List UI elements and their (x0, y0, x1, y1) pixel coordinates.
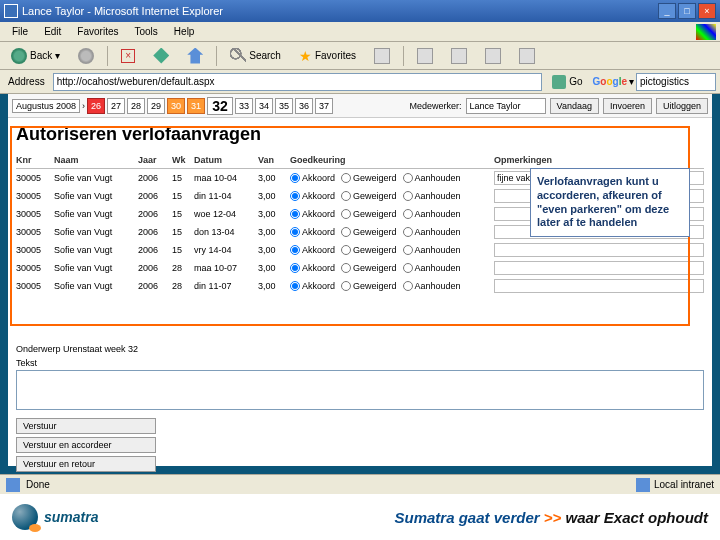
toolbar-edit-button[interactable] (478, 45, 508, 67)
statusbar: Done Local intranet (0, 474, 720, 494)
menu-tools[interactable]: Tools (126, 24, 165, 39)
radio-akkoord[interactable]: Akkoord (290, 263, 335, 273)
day-35[interactable]: 35 (275, 98, 293, 114)
day-30[interactable]: 30 (167, 98, 185, 114)
close-button[interactable]: × (698, 3, 716, 19)
cell-knr: 30005 (16, 281, 50, 291)
verstuur-button[interactable]: Verstuur (16, 418, 156, 434)
radio-aanhouden[interactable]: Aanhouden (403, 209, 461, 219)
radio-akkoord[interactable]: Akkoord (290, 191, 335, 201)
cell-naam: Sofie van Vugt (54, 191, 134, 201)
radio-geweigerd[interactable]: Geweigerd (341, 173, 397, 183)
message-panel: Onderwerp Urenstaat week 32 Tekst Verstu… (16, 342, 704, 472)
radio-geweigerd[interactable]: Geweigerd (341, 227, 397, 237)
day-27[interactable]: 27 (107, 98, 125, 114)
day-29[interactable]: 29 (147, 98, 165, 114)
star-icon: ★ (299, 48, 312, 64)
radio-akkoord[interactable]: Akkoord (290, 209, 335, 219)
menu-favorites[interactable]: Favorites (69, 24, 126, 39)
medewerker-input[interactable] (466, 98, 546, 114)
radio-geweigerd[interactable]: Geweigerd (341, 281, 397, 291)
radio-akkoord[interactable]: Akkoord (290, 227, 335, 237)
address-input[interactable] (53, 73, 543, 91)
radio-aanhouden[interactable]: Aanhouden (403, 227, 461, 237)
google-search-input[interactable] (636, 73, 716, 91)
cell-jaar: 2006 (138, 281, 168, 291)
onderwerp-value: Urenstaat week 32 (63, 344, 138, 354)
opm-input[interactable] (494, 243, 704, 257)
col-opmerkingen: Opmerkingen (494, 155, 704, 165)
menu-help[interactable]: Help (166, 24, 203, 39)
cell-datum: don 13-04 (194, 227, 254, 237)
toolbar-print-button[interactable] (444, 45, 474, 67)
search-icon (230, 48, 246, 64)
toolbar: Back ▾ × Search ★Favorites (0, 42, 720, 70)
cell-van: 3,00 (258, 245, 286, 255)
cell-naam: Sofie van Vugt (54, 281, 134, 291)
radio-geweigerd[interactable]: Geweigerd (341, 191, 397, 201)
cell-van: 3,00 (258, 191, 286, 201)
radio-geweigerd[interactable]: Geweigerd (341, 209, 397, 219)
go-button[interactable]: Go (546, 73, 588, 91)
opm-input[interactable] (494, 279, 704, 293)
cell-knr: 30005 (16, 209, 50, 219)
windows-logo-icon (696, 24, 716, 40)
opm-input[interactable] (494, 261, 704, 275)
radio-geweigerd[interactable]: Geweigerd (341, 263, 397, 273)
table-header: Knr Naam Jaar Wk Datum Van Goedkeuring O… (16, 151, 704, 169)
day-37[interactable]: 37 (315, 98, 333, 114)
day-28[interactable]: 28 (127, 98, 145, 114)
toolbar-msgr-button[interactable] (512, 45, 542, 67)
home-button[interactable] (180, 45, 210, 67)
edit-icon (485, 48, 501, 64)
slogan-part2: waar Exact ophoudt (565, 509, 708, 526)
radio-akkoord[interactable]: Akkoord (290, 281, 335, 291)
toolbar-mail-button[interactable] (410, 45, 440, 67)
verstuur-retour-button[interactable]: Verstuur en retour (16, 456, 156, 472)
cell-van: 3,00 (258, 173, 286, 183)
radio-aanhouden[interactable]: Aanhouden (403, 263, 461, 273)
sumatra-logo: sumatra (12, 504, 98, 530)
verstuur-accordeer-button[interactable]: Verstuur en accordeer (16, 437, 156, 453)
window-titlebar: Lance Taylor - Microsoft Internet Explor… (0, 0, 720, 22)
menu-file[interactable]: File (4, 24, 36, 39)
day-34[interactable]: 34 (255, 98, 273, 114)
day-33[interactable]: 33 (235, 98, 253, 114)
radio-aanhouden[interactable]: Aanhouden (403, 245, 461, 255)
day-31[interactable]: 31 (187, 98, 205, 114)
col-van: Van (258, 155, 286, 165)
toolbar-history-button[interactable] (367, 45, 397, 67)
refresh-button[interactable] (146, 45, 176, 67)
radio-aanhouden[interactable]: Aanhouden (403, 281, 461, 291)
radio-akkoord[interactable]: Akkoord (290, 245, 335, 255)
sumatra-orb-icon (12, 504, 38, 530)
search-button[interactable]: Search (223, 45, 288, 67)
minimize-button[interactable]: _ (658, 3, 676, 19)
col-goedkeuring: Goedkeuring (290, 155, 490, 165)
menu-edit[interactable]: Edit (36, 24, 69, 39)
vandaag-button[interactable]: Vandaag (550, 98, 599, 114)
week-32[interactable]: 32 (207, 97, 233, 115)
radio-akkoord[interactable]: Akkoord (290, 173, 335, 183)
stop-button[interactable]: × (114, 46, 142, 66)
day-36[interactable]: 36 (295, 98, 313, 114)
invoeren-button[interactable]: Invoeren (603, 98, 652, 114)
cell-datum: woe 12-04 (194, 209, 254, 219)
day-26[interactable]: 26 (87, 98, 105, 114)
cell-goedkeuring: AkkoordGeweigerdAanhouden (290, 263, 490, 273)
ie-icon (4, 4, 18, 18)
forward-button[interactable] (71, 45, 101, 67)
month-select[interactable]: Augustus 2008 (12, 99, 80, 113)
window-title: Lance Taylor - Microsoft Internet Explor… (22, 5, 658, 17)
radio-geweigerd[interactable]: Geweigerd (341, 245, 397, 255)
next-arrow[interactable]: › (82, 101, 85, 111)
favorites-button[interactable]: ★Favorites (292, 45, 363, 67)
radio-aanhouden[interactable]: Aanhouden (403, 191, 461, 201)
radio-aanhouden[interactable]: Aanhouden (403, 173, 461, 183)
uitloggen-button[interactable]: Uitloggen (656, 98, 708, 114)
maximize-button[interactable]: □ (678, 3, 696, 19)
back-button[interactable]: Back ▾ (4, 45, 67, 67)
cell-opm (494, 243, 704, 257)
tekst-textarea[interactable] (16, 370, 704, 410)
col-datum: Datum (194, 155, 254, 165)
